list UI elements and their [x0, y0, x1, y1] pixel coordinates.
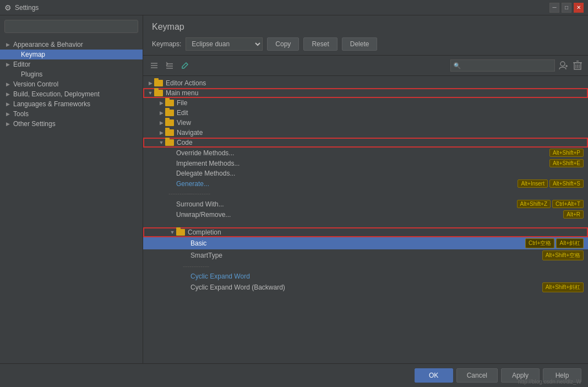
sidebar-item-label: Other Settings — [13, 120, 56, 128]
tree-node-file[interactable]: ▶ File — [143, 98, 588, 108]
settings-dialog: ▶ Appearance & Behavior Keymap ▶ Editor … — [0, 15, 588, 387]
sidebar-tree: ▶ Appearance & Behavior Keymap ▶ Editor … — [0, 37, 143, 363]
title-bar: ⚙ Settings ─ □ ✕ — [0, 0, 588, 15]
tree-label: SmartType — [190, 252, 542, 259]
keymap-search-input[interactable] — [450, 59, 555, 72]
sidebar-item-label: Plugins — [21, 70, 42, 78]
sidebar-item-tools[interactable]: ▶ Tools — [0, 109, 143, 119]
tree-node-divider3: ------------ — [143, 261, 588, 271]
expand-all-button[interactable] — [148, 59, 161, 72]
reset-button[interactable]: Reset — [303, 37, 337, 51]
sidebar-item-versioncontrol[interactable]: ▶ Version Control — [0, 79, 143, 89]
sidebar-item-label: Build, Execution, Deployment — [13, 90, 100, 98]
tree-label: Main menu — [166, 89, 584, 97]
shortcut-badge: Alt+Shift+斜杠 — [542, 282, 584, 292]
sidebar-item-label: Languages & Frameworks — [13, 100, 90, 108]
shortcut-badges: Alt+Shift+P — [549, 149, 584, 157]
shortcut-badge: Alt+斜杠 — [556, 238, 584, 248]
tree-node-view[interactable]: ▶ View — [143, 118, 588, 128]
tree-node-cyclic-expand-backward[interactable]: ▶ Cyclic Expand Word (Backward) Alt+Shif… — [143, 281, 588, 293]
collapse-all-button[interactable] — [163, 59, 176, 72]
expand-icon: ▼ — [157, 139, 165, 146]
sidebar-item-appearance[interactable]: ▶ Appearance & Behavior — [0, 40, 143, 50]
divider-text: --------—-------- — [168, 190, 210, 198]
tree-label: Unwrap/Remove... — [176, 211, 563, 219]
keymap-select[interactable]: Eclipse duan — [186, 37, 263, 51]
shortcut-badge: Alt+Insert — [518, 179, 548, 188]
tree-node-code[interactable]: ▼ Code — [143, 138, 588, 148]
expand-icon: ▶ — [157, 109, 165, 117]
ok-button[interactable]: OK — [415, 368, 453, 383]
close-button[interactable]: ✕ — [574, 3, 584, 13]
tree-node-generate[interactable]: ▶ Generate... Alt+Insert Alt+Shift+S — [143, 178, 588, 189]
delete-button[interactable]: Delete — [342, 37, 378, 51]
sidebar-item-keymap[interactable]: Keymap — [0, 50, 143, 59]
main-header: Keymap Keymaps: Eclipse duan Copy Reset … — [143, 15, 588, 56]
edit-icon — [181, 61, 189, 70]
expand-icon: ▶ — [157, 119, 165, 127]
add-shortcut-button[interactable] — [557, 59, 569, 72]
folder-icon — [165, 139, 174, 146]
collapse-all-icon — [165, 61, 174, 70]
copy-button[interactable]: Copy — [267, 37, 299, 51]
shortcut-badges: Alt+Shift+斜杠 — [542, 282, 584, 292]
tree-node-basic[interactable]: ▶ Basic Ctrl+空格 Alt+斜杠 — [143, 237, 588, 249]
sidebar-item-languages[interactable]: ▶ Languages & Frameworks — [0, 99, 143, 109]
delete-shortcut-button[interactable] — [571, 59, 584, 72]
tree-node-main-menu[interactable]: ▼ Main menu — [143, 88, 588, 98]
edit-button[interactable] — [178, 59, 192, 72]
dialog-content: ▶ Appearance & Behavior Keymap ▶ Editor … — [0, 15, 588, 363]
expand-all-icon — [150, 61, 159, 70]
cancel-button[interactable]: Cancel — [456, 368, 498, 383]
search-icon — [453, 62, 461, 69]
folder-icon — [165, 119, 174, 126]
minimize-button[interactable]: ─ — [549, 3, 559, 13]
shortcut-badges: Ctrl+空格 Alt+斜杠 — [525, 238, 584, 248]
sidebar-item-editor[interactable]: ▶ Editor — [0, 59, 143, 69]
sidebar-item-plugins[interactable]: Plugins — [0, 69, 143, 79]
tree-node-navigate[interactable]: ▶ Navigate — [143, 128, 588, 138]
tree-node-edit[interactable]: ▶ Edit — [143, 108, 588, 118]
tree-label: Delegate Methods... — [176, 170, 584, 177]
shortcut-badges: Alt+R — [563, 210, 584, 219]
sidebar: ▶ Appearance & Behavior Keymap ▶ Editor … — [0, 15, 143, 363]
expand-icon: ▶ — [157, 129, 165, 137]
sidebar-search-input[interactable] — [4, 20, 138, 33]
tree-node-completion[interactable]: ▼ Completion — [143, 227, 588, 237]
shortcut-badge: Alt+Shift+P — [549, 149, 584, 157]
shortcut-badge: Alt+Shift+E — [549, 159, 584, 167]
expand-icon: ▼ — [146, 89, 154, 97]
keymap-label: Keymaps: — [152, 40, 181, 48]
shortcut-badge: Alt+Shift+Z — [517, 200, 551, 208]
tree-node-editor-actions[interactable]: ▶ Editor Actions — [143, 78, 588, 88]
sidebar-item-build[interactable]: ▶ Build, Execution, Deployment — [0, 89, 143, 99]
tree-node-override-methods[interactable]: ▶ Override Methods... Alt+Shift+P — [143, 148, 588, 158]
tree-label: Override Methods... — [176, 149, 549, 157]
folder-icon — [165, 100, 174, 106]
search-area — [450, 59, 584, 72]
expand-arrow-icon: ▶ — [4, 61, 11, 68]
sidebar-item-label: Editor — [13, 61, 30, 68]
maximize-button[interactable]: □ — [562, 3, 571, 13]
sidebar-item-label: Tools — [13, 110, 29, 118]
app-icon: ⚙ — [4, 3, 12, 12]
main-content: Keymap Keymaps: Eclipse duan Copy Reset … — [143, 15, 588, 363]
tree-node-cyclic-expand[interactable]: ▶ Cyclic Expand Word — [143, 271, 588, 281]
divider-text: ------------ — [183, 263, 209, 270]
tree-label: Generate... — [176, 180, 518, 188]
tree-node-smarttype[interactable]: ▶ SmartType Alt+Shift+空格 — [143, 249, 588, 261]
tree-node-implement-methods[interactable]: ▶ Implement Methods... Alt+Shift+E — [143, 158, 588, 168]
expand-icon: ▼ — [168, 228, 176, 236]
tree-node-delegate-methods[interactable]: ▶ Delegate Methods... — [143, 168, 588, 178]
sidebar-item-othersettings[interactable]: ▶ Other Settings — [0, 119, 143, 129]
tree-node-divider2 — [143, 220, 588, 227]
tree-node-unwrap-remove[interactable]: ▶ Unwrap/Remove... Alt+R — [143, 209, 588, 220]
person-add-icon — [558, 61, 568, 70]
expand-icon: ▶ — [157, 99, 165, 107]
shortcut-badge: Alt+Shift+空格 — [542, 250, 584, 260]
tree-label: Implement Methods... — [176, 160, 549, 167]
sidebar-item-label: Keymap — [21, 51, 45, 58]
tree-node-surround-with[interactable]: ▶ Surround With... Alt+Shift+Z Ctrl+Alt+… — [143, 199, 588, 209]
shortcut-badges: Alt+Insert Alt+Shift+S — [518, 179, 584, 188]
expand-arrow-icon: ▶ — [4, 101, 11, 107]
